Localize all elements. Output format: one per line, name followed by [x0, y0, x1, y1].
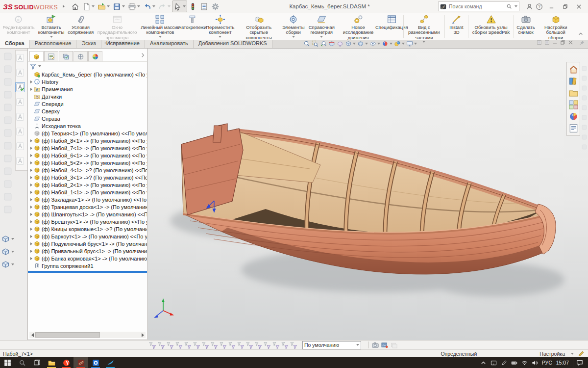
expand-arrow-slot[interactable] — [29, 80, 34, 83]
tree-item[interactable]: (ф) Банка кормовая<1> -> (По умолчанию) … — [28, 255, 147, 262]
ribbon-button-large-assembly-settings[interactable]: Настройки большой сборки — [537, 13, 574, 40]
tree-item[interactable]: (ф) Брештук<1> -> (По умолчанию) <<По ум… — [28, 218, 147, 225]
ribbon-button-new-motion-study[interactable]: Новое исследование движения — [337, 13, 379, 40]
tree-item[interactable]: (ф) Подуключный брус<1> -> (По умолчанию… — [28, 240, 147, 247]
filter-surface-bodies-button[interactable] — [184, 341, 192, 349]
taskpane-pin[interactable] — [579, 40, 585, 47]
section-view-button[interactable] — [328, 40, 336, 48]
doc-window-icon[interactable] — [537, 40, 542, 45]
panel-tab-featuremanager[interactable] — [29, 51, 44, 61]
command-search[interactable] — [438, 1, 519, 11]
sketch-tool-circle[interactable] — [581, 95, 588, 101]
restore-snapshot-button[interactable] — [390, 341, 398, 349]
taskbar-yandex-browser[interactable] — [59, 357, 74, 368]
toggle-selection-filters-button[interactable] — [148, 341, 157, 349]
taskbar-start[interactable] — [0, 357, 15, 368]
tool-reference-plane[interactable] — [1, 233, 14, 245]
previous-view-button[interactable] — [319, 40, 327, 48]
filter-funnel-icon[interactable] — [30, 63, 36, 70]
scroll-right-button[interactable] — [140, 333, 146, 337]
ribbon-button-show-hidden-components[interactable]: Отобразить скрытые компоненты — [237, 13, 281, 40]
tree-item[interactable]: (ф) Теория<1> (По умолчанию) <<По умолча… — [28, 130, 147, 137]
panel-tab-displaymanager[interactable] — [88, 51, 102, 61]
filter-faces-button[interactable] — [175, 341, 183, 349]
hide-show-items-button[interactable] — [369, 40, 381, 48]
tree-item[interactable]: (ф) Набой_7<1> -> (По умолчанию) <<По ум… — [28, 144, 147, 152]
taskpane-tab-solidworks-resources[interactable] — [568, 64, 579, 75]
tray-wifi-icon[interactable] — [521, 360, 528, 366]
snapshot-gallery-button[interactable] — [381, 341, 389, 349]
sketch-tool-convert-entities[interactable] — [581, 144, 588, 150]
tree-item[interactable]: (ф) Набой_3<1> ->? (По умолчанию) <<По у… — [28, 174, 147, 181]
edit-pencil-icon[interactable] — [578, 350, 585, 357]
expand-arrow-slot[interactable] — [29, 206, 34, 209]
expand-arrow-slot[interactable] — [29, 147, 34, 150]
feature-tool-extruded-cut[interactable] — [1, 101, 14, 114]
feature-tool-rib[interactable] — [1, 190, 14, 203]
tree-item[interactable]: (ф) Набой_8<1> -> (По умолчанию) <<По ум… — [28, 137, 147, 144]
annotation-tool-datum-feature[interactable] — [16, 157, 24, 165]
ribbon-button-insert-components[interactable]: Вставить компоненты — [36, 13, 66, 40]
sketch-tool-line[interactable] — [581, 85, 588, 91]
tray-pen-input-icon[interactable] — [501, 360, 507, 366]
taskpane-tab-file-explorer-pane[interactable] — [568, 88, 579, 98]
zoom-fit-button[interactable] — [303, 40, 311, 48]
save-button[interactable] — [111, 0, 126, 12]
annotation-tool-spell-checker[interactable] — [16, 53, 24, 62]
ribbon-button-mate[interactable]: Условия сопряжения — [66, 13, 95, 40]
new-document-button[interactable] — [81, 0, 96, 12]
tree-item[interactable]: (ф) Транцевая доска<1> -> (По умолчанию)… — [28, 203, 147, 210]
redo-button[interactable] — [157, 0, 172, 12]
feature-tool-shell[interactable] — [1, 203, 14, 216]
filter-sketch-points-button[interactable] — [237, 341, 245, 349]
ribbon-button-smart-fasteners[interactable]: Автокрепежи — [181, 13, 204, 40]
tree-item[interactable]: Справа — [28, 115, 147, 122]
zoom-area-button[interactable] — [311, 40, 319, 48]
expand-arrow-slot[interactable] — [29, 169, 34, 172]
ribbon-button-assembly-features[interactable]: Элементы сборки — [281, 13, 306, 40]
filter-vertices-button[interactable] — [157, 341, 166, 349]
doc-close-icon[interactable] — [568, 40, 573, 45]
tab-сборка[interactable]: Сборка — [0, 39, 30, 48]
tree-item[interactable]: (ф) Закладка<1> -> (По умолчанию) <<По у… — [28, 196, 147, 203]
search-caret-icon[interactable] — [514, 5, 517, 7]
taskbar-search[interactable] — [15, 357, 29, 368]
panel-expand-button[interactable] — [140, 51, 146, 60]
language-indicator[interactable]: РУС — [542, 360, 552, 366]
scrollbar-track[interactable] — [35, 332, 140, 338]
boat-model[interactable] — [148, 48, 569, 340]
expand-arrow-slot[interactable] — [29, 198, 34, 201]
user-button[interactable] — [524, 1, 534, 11]
task-scheduler-button[interactable] — [198, 0, 210, 12]
graphics-viewport[interactable] — [148, 48, 588, 340]
expand-arrow-slot[interactable] — [29, 161, 34, 164]
filter-solid-bodies-button[interactable] — [193, 341, 201, 349]
filter-dimensions-button[interactable] — [281, 341, 289, 349]
scrollbar-thumb[interactable] — [35, 332, 100, 338]
expand-arrow-slot[interactable] — [29, 257, 34, 260]
expand-arrow-slot[interactable] — [29, 139, 34, 142]
undo-button[interactable] — [142, 0, 157, 12]
menu-flyout-icon[interactable] — [63, 5, 65, 8]
tree-item[interactable]: Группа сопряжений1 — [28, 262, 147, 269]
expand-arrow-slot[interactable] — [29, 184, 34, 186]
panel-tab-dimxpertmanager[interactable] — [74, 51, 88, 61]
annotation-tool-auto-balloon[interactable] — [16, 98, 24, 106]
ribbon-button-take-snapshot[interactable]: Сделать снимок — [514, 13, 538, 40]
tree-item[interactable]: AПримечания — [28, 85, 147, 93]
home-button[interactable] — [70, 0, 81, 12]
open-button[interactable] — [96, 0, 111, 12]
view-settings-button[interactable] — [406, 40, 417, 48]
expand-arrow-slot[interactable] — [29, 176, 34, 179]
edit-appearance-button[interactable] — [381, 40, 393, 48]
feature-tool-revolved-cut[interactable] — [1, 127, 14, 139]
doc-minimize-icon[interactable] — [552, 40, 558, 45]
annotation-tool-note[interactable] — [16, 83, 24, 92]
expand-arrow-slot[interactable] — [29, 242, 34, 245]
feature-tool-swept-cut[interactable] — [1, 139, 14, 152]
print-button[interactable] — [126, 0, 142, 12]
ribbon-button-update-speedpak[interactable]: Обновить узлы сборки SpeedPak — [469, 13, 513, 40]
ribbon-button-linear-component-pattern[interactable]: Линейный массив компонентов — [139, 13, 181, 40]
annotation-tool-geometric-tolerance[interactable] — [16, 142, 24, 151]
view-orientation-button[interactable] — [344, 40, 356, 48]
